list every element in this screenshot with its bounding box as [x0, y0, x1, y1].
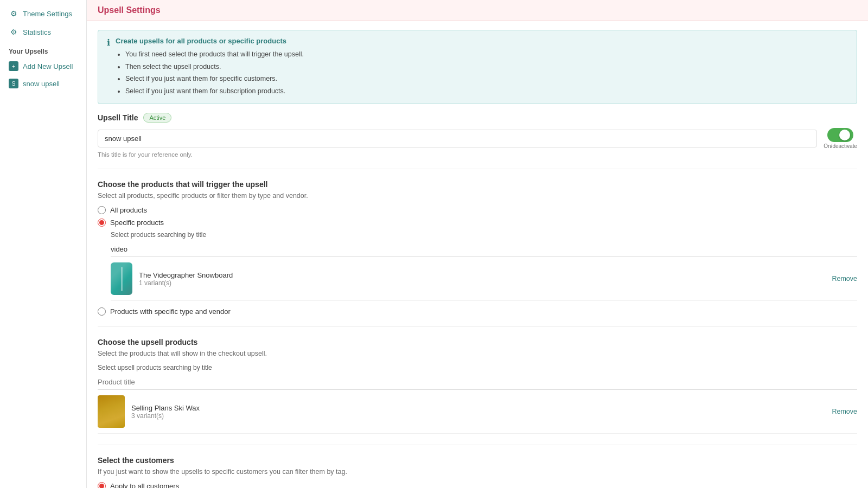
title-hint: This title is for your reference only.	[98, 151, 857, 158]
sidebar-item-theme-settings[interactable]: ⚙ Theme Settings	[0, 4, 86, 23]
radio-type-vendor-input[interactable]	[98, 307, 106, 316]
radio-all-products[interactable]: All products	[98, 206, 857, 214]
content-body: Upsell Title Active On/deactivate This t…	[87, 113, 868, 488]
gear-icon-stats: ⚙	[9, 27, 18, 37]
upsell-title-row: Upsell Title Active	[98, 113, 857, 123]
sidebar-item-add-new-upsell[interactable]: + Add New Upsell	[0, 57, 86, 75]
radio-specific-products-input[interactable]	[98, 219, 106, 227]
info-item-2: Then select the upsell products.	[125, 61, 304, 73]
divider-3	[98, 445, 857, 445]
trigger-product-name: The Videographer Snowboard	[139, 271, 825, 279]
sidebar-item-snow-upsell[interactable]: S snow upsell	[0, 75, 86, 92]
customers-section: Select the customers If you just want to…	[98, 456, 857, 488]
radio-specific-products-label: Specific products	[110, 219, 164, 227]
info-item-3: Select if you just want them for specifi…	[125, 73, 304, 85]
upsell-products-title: Choose the upsell products	[98, 338, 857, 346]
upsell-product-info: Selling Plans Ski Wax 3 variant(s)	[131, 404, 825, 420]
toggle-thumb	[839, 130, 850, 140]
toggle-track	[827, 128, 853, 142]
radio-all-customers-input[interactable]	[98, 482, 106, 488]
sidebar-item-statistics[interactable]: ⚙ Statistics	[0, 23, 86, 41]
active-toggle[interactable]	[827, 128, 853, 142]
page-title: Upsell Settings	[98, 5, 857, 15]
upsell-product-item: Selling Plans Ski Wax 3 variant(s) Remov…	[98, 390, 857, 434]
sidebar-theme-settings-label: Theme Settings	[23, 10, 72, 18]
ski-wax-image	[98, 395, 125, 428]
sidebar: ⚙ Theme Settings ⚙ Statistics Your Upsel…	[0, 0, 87, 488]
upsell-products-section: Choose the upsell products Select the pr…	[98, 338, 857, 434]
toggle-label: On/deactivate	[824, 143, 857, 149]
customers-title: Select the customers	[98, 456, 857, 465]
upsell-product-variants: 3 variant(s)	[131, 412, 825, 420]
upsell-product-search[interactable]	[98, 375, 857, 390]
page-title-bar: Upsell Settings	[87, 0, 868, 21]
main-content: Upsell Settings ℹ Create upsells for all…	[87, 0, 868, 488]
radio-all-products-input[interactable]	[98, 206, 106, 214]
upsell-product-remove[interactable]: Remove	[832, 408, 857, 415]
title-input-row: On/deactivate	[98, 128, 857, 149]
upsell-search-label: Select upsell products searching by titl…	[98, 364, 857, 371]
info-icon: ℹ	[107, 37, 110, 97]
info-item-1: You first need select the products that …	[125, 48, 304, 61]
snow-upsell-icon: S	[9, 79, 18, 88]
trigger-product-remove[interactable]: Remove	[832, 275, 857, 282]
radio-type-vendor[interactable]: Products with specific type and vendor	[98, 307, 857, 316]
divider-2	[98, 326, 857, 327]
upsell-products-desc: Select the products that will show in th…	[98, 350, 857, 357]
upsell-title-input[interactable]	[98, 130, 817, 147]
trigger-section-title: Choose the products that will trigger th…	[98, 180, 857, 189]
trigger-product-search[interactable]	[111, 242, 857, 257]
toggle-container: On/deactivate	[824, 128, 857, 149]
radio-all-customers-label: Apply to all customers	[110, 482, 179, 488]
gear-icon: ⚙	[9, 9, 18, 18]
your-upsells-label: Your Upsells	[0, 41, 86, 57]
info-banner-title: Create upsells for all products or speci…	[116, 37, 304, 45]
info-banner-list: You first need select the products that …	[116, 48, 304, 97]
customers-desc: If you just want to show the upsells to …	[98, 468, 857, 476]
trigger-section: Choose the products that will trigger th…	[98, 180, 857, 316]
sidebar-statistics-label: Statistics	[23, 28, 51, 36]
radio-all-customers[interactable]: Apply to all customers	[98, 482, 857, 488]
divider-1	[98, 169, 857, 169]
search-label: Select products searching by title	[111, 231, 857, 239]
info-banner-content: Create upsells for all products or speci…	[116, 37, 304, 97]
trigger-section-desc: Select all products, specific products o…	[98, 192, 857, 200]
trigger-product-item: The Videographer Snowboard 1 variant(s) …	[111, 257, 857, 301]
add-upsell-icon: +	[9, 61, 18, 71]
upsell-product-name: Selling Plans Ski Wax	[131, 404, 825, 412]
upsell-title-label: Upsell Title	[98, 113, 138, 122]
trigger-product-info: The Videographer Snowboard 1 variant(s)	[139, 271, 825, 287]
snow-upsell-label: snow upsell	[23, 80, 60, 88]
add-new-upsell-label: Add New Upsell	[23, 62, 73, 70]
radio-all-products-label: All products	[110, 206, 147, 214]
active-badge: Active	[143, 113, 171, 123]
snowboard-image	[111, 262, 132, 295]
radio-specific-products[interactable]: Specific products	[98, 219, 857, 227]
info-item-4: Select if you just want them for subscri…	[125, 85, 304, 98]
trigger-product-variants: 1 variant(s)	[139, 279, 825, 287]
radio-type-vendor-label: Products with specific type and vendor	[110, 307, 231, 316]
specific-products-sub: Select products searching by title The V…	[111, 231, 857, 301]
info-banner: ℹ Create upsells for all products or spe…	[98, 30, 857, 104]
